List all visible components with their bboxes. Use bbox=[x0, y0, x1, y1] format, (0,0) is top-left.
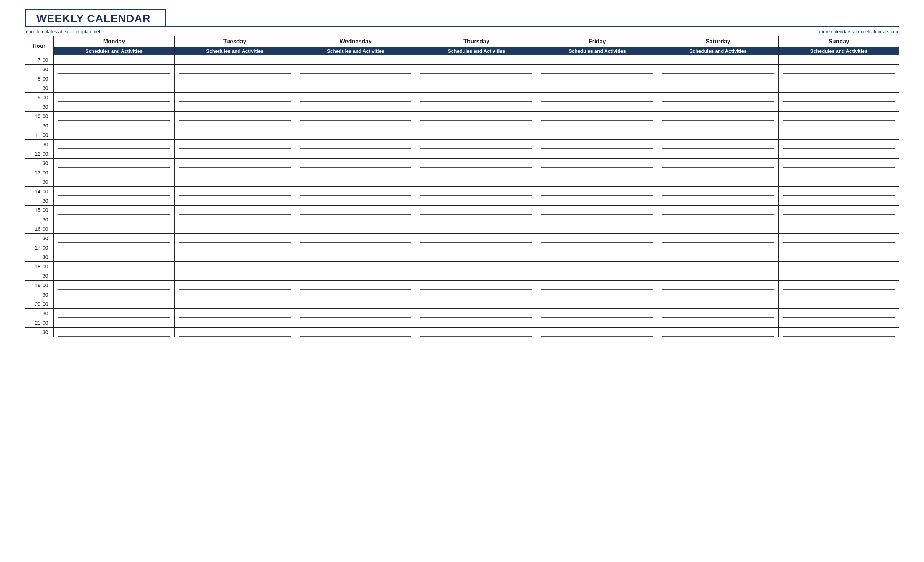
schedule-cell[interactable] bbox=[295, 187, 416, 196]
schedule-cell[interactable] bbox=[416, 206, 537, 215]
schedule-cell[interactable] bbox=[658, 93, 778, 102]
schedule-cell[interactable] bbox=[54, 149, 175, 159]
schedule-cell[interactable] bbox=[537, 252, 658, 262]
schedule-cell[interactable] bbox=[174, 243, 295, 252]
schedule-cell[interactable] bbox=[537, 271, 658, 281]
schedule-cell[interactable] bbox=[174, 55, 295, 65]
schedule-cell[interactable] bbox=[54, 177, 175, 187]
schedule-cell[interactable] bbox=[537, 224, 658, 234]
schedule-cell[interactable] bbox=[416, 74, 537, 83]
schedule-cell[interactable] bbox=[174, 65, 295, 74]
schedule-cell[interactable] bbox=[778, 149, 900, 159]
schedule-cell[interactable] bbox=[778, 121, 900, 131]
schedule-cell[interactable] bbox=[174, 177, 295, 187]
schedule-cell[interactable] bbox=[54, 318, 175, 328]
schedule-cell[interactable] bbox=[416, 281, 537, 290]
schedule-cell[interactable] bbox=[295, 243, 416, 252]
schedule-cell[interactable] bbox=[658, 83, 778, 93]
schedule-cell[interactable] bbox=[778, 299, 900, 309]
schedule-cell[interactable] bbox=[295, 299, 416, 309]
schedule-cell[interactable] bbox=[658, 206, 778, 215]
schedule-cell[interactable] bbox=[416, 177, 537, 187]
schedule-cell[interactable] bbox=[54, 55, 175, 65]
schedule-cell[interactable] bbox=[416, 55, 537, 65]
schedule-cell[interactable] bbox=[295, 74, 416, 83]
schedule-cell[interactable] bbox=[658, 318, 778, 328]
schedule-cell[interactable] bbox=[174, 318, 295, 328]
schedule-cell[interactable] bbox=[416, 309, 537, 318]
schedule-cell[interactable] bbox=[537, 159, 658, 168]
schedule-cell[interactable] bbox=[658, 187, 778, 196]
schedule-cell[interactable] bbox=[295, 206, 416, 215]
schedule-cell[interactable] bbox=[295, 234, 416, 243]
schedule-cell[interactable] bbox=[416, 318, 537, 328]
schedule-cell[interactable] bbox=[537, 328, 658, 337]
schedule-cell[interactable] bbox=[416, 121, 537, 131]
schedule-cell[interactable] bbox=[537, 83, 658, 93]
schedule-cell[interactable] bbox=[416, 252, 537, 262]
schedule-cell[interactable] bbox=[778, 234, 900, 243]
schedule-cell[interactable] bbox=[295, 328, 416, 337]
schedule-cell[interactable] bbox=[416, 149, 537, 159]
schedule-cell[interactable] bbox=[658, 140, 778, 149]
schedule-cell[interactable] bbox=[174, 131, 295, 140]
schedule-cell[interactable] bbox=[778, 252, 900, 262]
schedule-cell[interactable] bbox=[54, 187, 175, 196]
schedule-cell[interactable] bbox=[54, 215, 175, 224]
schedule-cell[interactable] bbox=[295, 271, 416, 281]
schedule-cell[interactable] bbox=[416, 234, 537, 243]
schedule-cell[interactable] bbox=[416, 328, 537, 337]
schedule-cell[interactable] bbox=[174, 215, 295, 224]
schedule-cell[interactable] bbox=[295, 262, 416, 271]
schedule-cell[interactable] bbox=[295, 290, 416, 299]
schedule-cell[interactable] bbox=[778, 111, 900, 121]
schedule-cell[interactable] bbox=[54, 290, 175, 299]
schedule-cell[interactable] bbox=[174, 262, 295, 271]
schedule-cell[interactable] bbox=[174, 149, 295, 159]
schedule-cell[interactable] bbox=[54, 234, 175, 243]
schedule-cell[interactable] bbox=[174, 187, 295, 196]
schedule-cell[interactable] bbox=[54, 65, 175, 74]
schedule-cell[interactable] bbox=[54, 159, 175, 168]
schedule-cell[interactable] bbox=[416, 93, 537, 102]
schedule-cell[interactable] bbox=[54, 111, 175, 121]
schedule-cell[interactable] bbox=[778, 55, 900, 65]
schedule-cell[interactable] bbox=[537, 121, 658, 131]
schedule-cell[interactable] bbox=[416, 83, 537, 93]
schedule-cell[interactable] bbox=[778, 281, 900, 290]
schedule-cell[interactable] bbox=[174, 290, 295, 299]
schedule-cell[interactable] bbox=[295, 83, 416, 93]
schedule-cell[interactable] bbox=[778, 83, 900, 93]
schedule-cell[interactable] bbox=[174, 299, 295, 309]
schedule-cell[interactable] bbox=[416, 299, 537, 309]
schedule-cell[interactable] bbox=[658, 149, 778, 159]
schedule-cell[interactable] bbox=[658, 102, 778, 111]
schedule-cell[interactable] bbox=[174, 281, 295, 290]
schedule-cell[interactable] bbox=[778, 177, 900, 187]
schedule-cell[interactable] bbox=[658, 215, 778, 224]
schedule-cell[interactable] bbox=[658, 111, 778, 121]
schedule-cell[interactable] bbox=[778, 309, 900, 318]
schedule-cell[interactable] bbox=[658, 262, 778, 271]
schedule-cell[interactable] bbox=[658, 243, 778, 252]
schedule-cell[interactable] bbox=[54, 168, 175, 177]
calendars-link[interactable]: more calendars at excelcalendars.com bbox=[819, 29, 900, 34]
schedule-cell[interactable] bbox=[295, 168, 416, 177]
schedule-cell[interactable] bbox=[778, 215, 900, 224]
schedule-cell[interactable] bbox=[54, 93, 175, 102]
schedule-cell[interactable] bbox=[295, 140, 416, 149]
schedule-cell[interactable] bbox=[295, 121, 416, 131]
schedule-cell[interactable] bbox=[778, 196, 900, 206]
schedule-cell[interactable] bbox=[174, 196, 295, 206]
schedule-cell[interactable] bbox=[416, 196, 537, 206]
schedule-cell[interactable] bbox=[416, 224, 537, 234]
schedule-cell[interactable] bbox=[778, 168, 900, 177]
schedule-cell[interactable] bbox=[537, 55, 658, 65]
schedule-cell[interactable] bbox=[174, 74, 295, 83]
schedule-cell[interactable] bbox=[54, 196, 175, 206]
schedule-cell[interactable] bbox=[54, 131, 175, 140]
schedule-cell[interactable] bbox=[778, 290, 900, 299]
schedule-cell[interactable] bbox=[778, 206, 900, 215]
schedule-cell[interactable] bbox=[537, 168, 658, 177]
schedule-cell[interactable] bbox=[658, 121, 778, 131]
